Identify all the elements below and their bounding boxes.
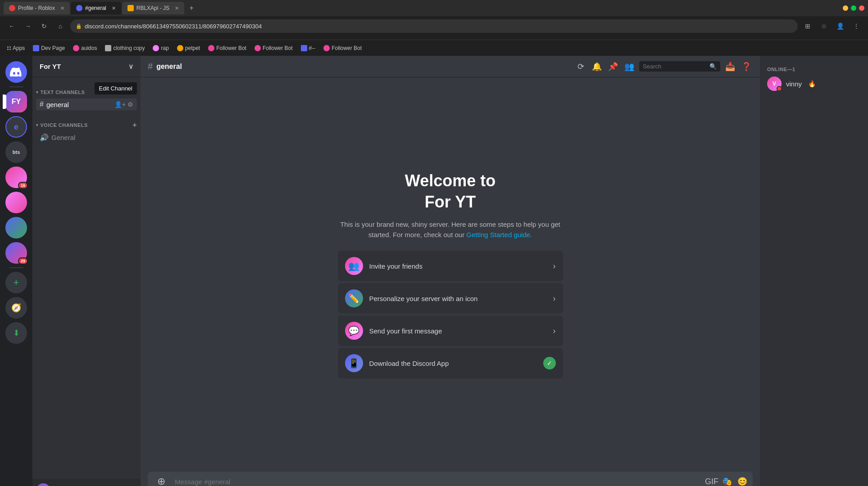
rap-favicon xyxy=(153,45,159,51)
tab-close-rblxapi[interactable]: ✕ xyxy=(175,5,179,11)
bookmark-follower-bot-1[interactable]: Follower Bot xyxy=(205,43,250,53)
action-card-first-message[interactable]: 💬 Send your first message › xyxy=(338,315,563,346)
explore-servers-button[interactable]: 🧭 xyxy=(5,297,27,319)
message-attach-button[interactable]: ⊕ xyxy=(151,472,171,486)
bookmark-rap-label: rap xyxy=(161,45,168,51)
voice-channels-label: VOICE CHANNELS xyxy=(41,122,88,128)
tab-close-roblox[interactable]: ✕ xyxy=(60,5,64,11)
download-apps-button[interactable]: ⬇ xyxy=(5,322,27,344)
back-button[interactable]: ← xyxy=(5,20,18,32)
profile-button[interactable]: 👤 xyxy=(834,20,846,32)
sticker-button[interactable]: 🎭 xyxy=(720,475,734,486)
member-vinny[interactable]: V vinny 🔥 xyxy=(763,74,864,94)
help-button[interactable]: ❓ xyxy=(740,60,753,73)
getting-started-link[interactable]: Getting Started guide. xyxy=(466,231,532,238)
personalize-chevron-icon: › xyxy=(553,294,556,303)
add-voice-channel-button[interactable]: + xyxy=(132,121,137,129)
channel-header-hash-icon: # xyxy=(148,61,153,72)
bookmark-petpet[interactable]: petpet xyxy=(173,43,204,53)
maximize-button[interactable] xyxy=(851,5,856,11)
minimize-button[interactable] xyxy=(843,5,848,11)
bookmark-hash[interactable]: #-- xyxy=(297,43,319,53)
server-fy[interactable]: FY xyxy=(5,91,27,112)
member-vinny-status xyxy=(777,86,782,91)
menu-button[interactable]: ⋮ xyxy=(850,20,863,32)
welcome-title-line2: For YT xyxy=(425,193,476,211)
server-fy-wrapper: FY xyxy=(5,91,27,112)
bookmark-auidos[interactable]: auidos xyxy=(69,43,100,53)
inbox-button[interactable]: 📥 xyxy=(724,60,736,73)
new-tab-button[interactable]: + xyxy=(185,2,198,14)
browser-tab-discord[interactable]: #general ✕ xyxy=(71,2,121,14)
bookmark-apps[interactable]: Apps xyxy=(4,43,28,53)
user-settings-button[interactable]: ⚙ xyxy=(124,484,137,486)
petpet-favicon xyxy=(177,45,183,51)
invite-chevron-icon: › xyxy=(553,261,556,271)
reload-button[interactable]: ↻ xyxy=(38,20,50,32)
download-icon: 📱 xyxy=(345,354,363,372)
member-vinny-badge: 🔥 xyxy=(808,80,816,87)
bookmark-dev-page[interactable]: Dev Page xyxy=(29,43,68,53)
thread-button[interactable]: ⟳ xyxy=(574,60,587,73)
server-e[interactable]: e xyxy=(5,116,27,138)
server-active-indicator xyxy=(3,94,6,109)
online-header: ONLINE—1 xyxy=(763,63,864,74)
server-7-wrapper: 29 xyxy=(5,242,27,264)
channel-general-voice[interactable]: 🔊 General xyxy=(36,131,137,144)
browser-tab-roblox[interactable]: Profile - Roblox ✕ xyxy=(4,2,70,14)
server-7-notification: 29 xyxy=(18,257,28,265)
member-list-button[interactable]: 👥 xyxy=(623,60,636,73)
download-check-icon: ✓ xyxy=(543,357,556,369)
server-bts[interactable]: bts xyxy=(5,141,27,163)
action-card-download-label: Download the Discord App xyxy=(369,360,537,367)
browser-tab-rblxapi[interactable]: RBLXApi - JS ✕ xyxy=(122,2,184,14)
action-card-invite[interactable]: 👥 Invite your friends › xyxy=(338,251,563,281)
tab-close-discord[interactable]: ✕ xyxy=(112,5,116,11)
bookmark-hash-label: #-- xyxy=(309,45,316,51)
address-bar[interactable]: 🔒 discord.com/channels/80661349755060231… xyxy=(70,19,798,33)
emoji-button[interactable]: 😊 xyxy=(736,475,749,486)
mute-button[interactable]: 🎤 xyxy=(95,484,108,486)
notification-button[interactable]: 🔔 xyxy=(591,60,603,73)
bookmark-button[interactable]: ☆ xyxy=(818,20,830,32)
follower-bot-2-favicon xyxy=(254,45,261,51)
welcome-title: Welcome to For YT xyxy=(405,171,495,213)
server-5[interactable] xyxy=(5,192,27,213)
add-server-button[interactable]: + xyxy=(5,272,27,293)
server-6[interactable] xyxy=(5,217,27,238)
right-sidebar: ONLINE—1 V vinny 🔥 xyxy=(760,56,868,486)
bookmark-follower-bot-2[interactable]: Follower Bot xyxy=(251,43,296,53)
bookmark-clothing[interactable]: clothing copy xyxy=(101,43,148,53)
message-input-field[interactable] xyxy=(175,472,701,486)
message-input-actions: GIF 🎭 😊 xyxy=(705,475,749,486)
welcome-description: This is your brand new, shiny server. He… xyxy=(338,220,563,240)
action-card-first-message-label: Send your first message xyxy=(369,327,547,335)
edit-channel-button[interactable]: ⚙ xyxy=(127,101,133,108)
voice-channels-category[interactable]: ▾ VOICE CHANNELS + xyxy=(32,114,141,131)
server-4-wrapper: 16 xyxy=(5,166,27,188)
search-input[interactable]: Search 🔍 xyxy=(639,61,720,72)
channel-general-name: general xyxy=(46,101,69,108)
tab-label-roblox: Profile - Roblox xyxy=(18,5,55,11)
add-member-button[interactable]: 👤+ xyxy=(114,101,126,108)
action-card-download[interactable]: 📱 Download the Discord App ✓ xyxy=(338,348,563,378)
bookmark-follower-bot-3[interactable]: Follower Bot xyxy=(320,43,365,53)
close-button[interactable] xyxy=(859,5,864,11)
server-name: For YT xyxy=(40,63,61,70)
home-button[interactable]: ⌂ xyxy=(54,20,67,32)
extensions-button[interactable]: ⊞ xyxy=(801,20,814,32)
server-header[interactable]: For YT ∨ xyxy=(32,56,141,77)
follower-bot-3-favicon xyxy=(323,45,330,51)
gif-button[interactable]: GIF xyxy=(705,475,718,486)
pin-button[interactable]: 📌 xyxy=(607,60,619,73)
welcome-title-line1: Welcome to xyxy=(405,171,495,190)
channel-general[interactable]: # general 👤+ ⚙ Edit Channel xyxy=(36,99,137,110)
deafen-button[interactable]: 🎧 xyxy=(110,484,123,486)
server-separator-2 xyxy=(9,267,23,268)
discord-home-button[interactable] xyxy=(5,61,27,83)
voice-category-chevron-icon: ▾ xyxy=(36,123,39,127)
bookmark-rap[interactable]: rap xyxy=(149,43,172,53)
roblox-favicon xyxy=(9,5,15,11)
action-card-personalize[interactable]: ✏️ Personalize your server with an icon … xyxy=(338,283,563,314)
forward-button[interactable]: → xyxy=(22,20,34,32)
